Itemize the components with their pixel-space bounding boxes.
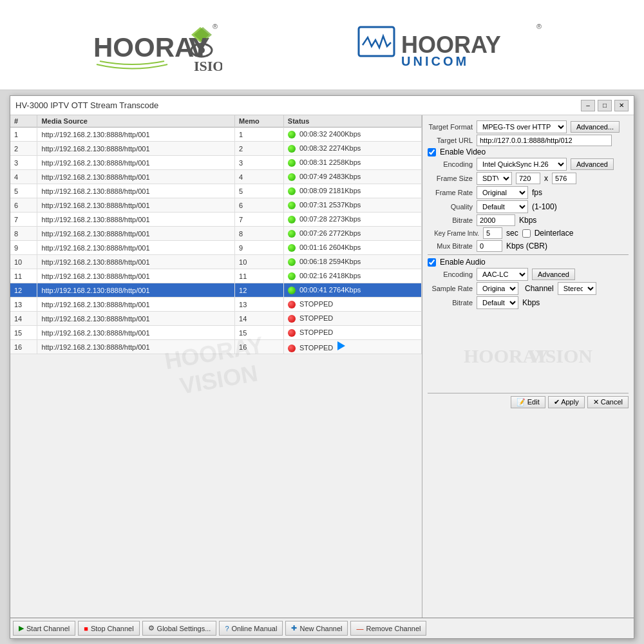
deinterlace-checkbox[interactable] bbox=[522, 229, 531, 238]
running-icon bbox=[288, 272, 296, 280]
table-row[interactable]: 15 http://192.168.2.130:8888/http/001 15… bbox=[10, 326, 422, 340]
col-header-num: # bbox=[10, 115, 37, 128]
table-row[interactable]: 5 http://192.168.2.130:8888/http/001 5 0… bbox=[10, 184, 422, 198]
stopped-label: STOPPED bbox=[298, 314, 333, 322]
cell-num: 11 bbox=[10, 269, 37, 283]
audio-encoding-select[interactable]: AAC-LC bbox=[477, 268, 528, 281]
stopped-label: STOPPED bbox=[298, 300, 333, 308]
target-url-input[interactable] bbox=[477, 135, 612, 146]
svg-text:®: ® bbox=[213, 23, 218, 30]
cell-memo: 15 bbox=[235, 326, 284, 340]
edit-button[interactable]: 📝 Edit bbox=[511, 396, 545, 408]
play-icon bbox=[337, 341, 345, 350]
mux-bitrate-label: Mux Bitrate bbox=[428, 242, 473, 250]
close-button[interactable]: ✕ bbox=[614, 100, 629, 111]
channel-table: # Media Source Memo Status 1 http://192.… bbox=[10, 115, 422, 354]
table-row[interactable]: 3 http://192.168.2.130:8888/http/001 3 0… bbox=[10, 156, 422, 170]
stop-channel-button[interactable]: ■ Stop Channel bbox=[78, 621, 139, 636]
frame-size-preset-select[interactable]: SDTV bbox=[477, 172, 512, 185]
window-title: HV-3000 IPTV OTT Stream Transcode bbox=[15, 100, 158, 110]
mux-bitrate-input[interactable] bbox=[477, 240, 502, 252]
cell-num: 1 bbox=[10, 128, 37, 142]
table-row[interactable]: 13 http://192.168.2.130:8888/http/001 13… bbox=[10, 298, 422, 312]
cell-source: http://192.168.2.130:8888/http/001 bbox=[37, 213, 235, 227]
bitrate-unit: Kbps bbox=[519, 216, 536, 225]
frame-width-input[interactable] bbox=[516, 173, 540, 184]
bitrate-value: 2258Kbps bbox=[329, 158, 361, 166]
online-manual-button[interactable]: ? Online Manual bbox=[219, 621, 283, 636]
audio-encoding-row: Encoding AAC-LC Advanced bbox=[428, 268, 629, 281]
advanced-audio-button[interactable]: Advanced bbox=[532, 269, 575, 280]
apply-button[interactable]: ✔ Apply bbox=[548, 396, 585, 408]
bitrate-input[interactable] bbox=[477, 214, 515, 226]
frame-rate-unit: fps bbox=[532, 188, 542, 197]
running-icon bbox=[288, 159, 296, 167]
cell-memo: 16 bbox=[235, 340, 284, 354]
right-panel-watermark: HOORAY V ISION bbox=[464, 332, 592, 377]
running-icon bbox=[288, 202, 296, 209]
table-row[interactable]: 10 http://192.168.2.130:8888/http/001 10… bbox=[10, 255, 422, 269]
col-header-memo: Memo bbox=[235, 115, 284, 128]
table-row[interactable]: 9 http://192.168.2.130:8888/http/001 9 0… bbox=[10, 241, 422, 255]
table-row[interactable]: 6 http://192.168.2.130:8888/http/001 6 0… bbox=[10, 198, 422, 213]
table-row[interactable]: 12 http://192.168.2.130:8888/http/001 12… bbox=[10, 283, 422, 298]
audio-bitrate-select[interactable]: Default bbox=[477, 296, 518, 309]
cell-source: http://192.168.2.130:8888/http/001 bbox=[37, 241, 235, 255]
cell-source: http://192.168.2.130:8888/http/001 bbox=[37, 227, 235, 241]
enable-video-checkbox[interactable] bbox=[428, 148, 436, 156]
table-row[interactable]: 7 http://192.168.2.130:8888/http/001 7 0… bbox=[10, 213, 422, 227]
table-row[interactable]: 11 http://192.168.2.130:8888/http/001 11… bbox=[10, 269, 422, 283]
enable-video-row: Enable Video bbox=[428, 147, 629, 156]
bitrate-value: 2181Kbps bbox=[329, 187, 361, 194]
running-icon bbox=[288, 131, 296, 138]
time-value: 00:08:32 bbox=[298, 144, 327, 152]
channel-select[interactable]: Stereo bbox=[558, 282, 596, 295]
col-header-source: Media Source bbox=[37, 115, 235, 128]
quality-range: (1-100) bbox=[532, 202, 557, 211]
running-icon bbox=[288, 173, 296, 181]
table-row[interactable]: 1 http://192.168.2.130:8888/http/001 1 0… bbox=[10, 128, 422, 142]
audio-encoding-label: Encoding bbox=[428, 270, 473, 278]
cell-source: http://192.168.2.130:8888/http/001 bbox=[37, 156, 235, 170]
svg-text:®: ® bbox=[536, 23, 542, 30]
running-icon bbox=[288, 244, 296, 252]
time-value: 00:08:32 bbox=[298, 130, 327, 138]
key-frame-unit: sec bbox=[506, 229, 518, 238]
cell-status: 00:07:31 2537Kbps bbox=[283, 198, 421, 213]
quality-select[interactable]: Default bbox=[477, 200, 528, 213]
cell-source: http://192.168.2.130:8888/http/001 bbox=[37, 340, 235, 354]
start-channel-button[interactable]: ▶ Start Channel bbox=[13, 621, 75, 636]
frame-height-input[interactable] bbox=[552, 173, 576, 184]
enable-audio-checkbox[interactable] bbox=[428, 258, 436, 267]
cell-num: 2 bbox=[10, 142, 37, 156]
frame-rate-select[interactable]: Original bbox=[477, 186, 528, 199]
table-row[interactable]: 4 http://192.168.2.130:8888/http/001 4 0… bbox=[10, 170, 422, 184]
target-format-select[interactable]: MPEG-TS over HTTP bbox=[477, 120, 567, 133]
key-frame-input[interactable] bbox=[483, 227, 502, 239]
sample-rate-select[interactable]: Original bbox=[477, 282, 518, 295]
new-channel-button[interactable]: ✚ New Channel bbox=[285, 621, 348, 636]
cell-status: 00:00:41 2764Kbps bbox=[283, 283, 421, 298]
cancel-button[interactable]: ✕ Cancel bbox=[587, 396, 629, 408]
time-value: 00:02:16 bbox=[298, 272, 327, 279]
cell-source: http://192.168.2.130:8888/http/001 bbox=[37, 198, 235, 213]
advanced-video-button[interactable]: Advanced bbox=[571, 158, 614, 170]
table-row[interactable]: 16 http://192.168.2.130:8888/http/001 16… bbox=[10, 340, 422, 354]
stopped-icon bbox=[288, 315, 296, 323]
table-row[interactable]: 14 http://192.168.2.130:8888/http/001 14… bbox=[10, 312, 422, 326]
running-icon bbox=[288, 145, 296, 153]
cell-status: 00:07:26 2772Kbps bbox=[283, 227, 421, 241]
remove-channel-button[interactable]: — Remove Channel bbox=[350, 621, 426, 636]
table-row[interactable]: 8 http://192.168.2.130:8888/http/001 8 0… bbox=[10, 227, 422, 241]
cell-memo: 9 bbox=[235, 241, 284, 255]
advanced-format-button[interactable]: Advanced... bbox=[571, 121, 620, 133]
cell-source: http://192.168.2.130:8888/http/001 bbox=[37, 269, 235, 283]
cancel-icon: ✕ bbox=[593, 398, 599, 406]
minimize-button[interactable]: – bbox=[581, 100, 595, 111]
cell-memo: 3 bbox=[235, 156, 284, 170]
cell-source: http://192.168.2.130:8888/http/001 bbox=[37, 184, 235, 198]
restore-button[interactable]: □ bbox=[598, 100, 612, 111]
video-encoding-select[interactable]: Intel QuickSync H.26 bbox=[477, 158, 567, 171]
global-settings-button[interactable]: ⚙ Global Settings... bbox=[142, 621, 217, 636]
table-row[interactable]: 2 http://192.168.2.130:8888/http/001 2 0… bbox=[10, 142, 422, 156]
